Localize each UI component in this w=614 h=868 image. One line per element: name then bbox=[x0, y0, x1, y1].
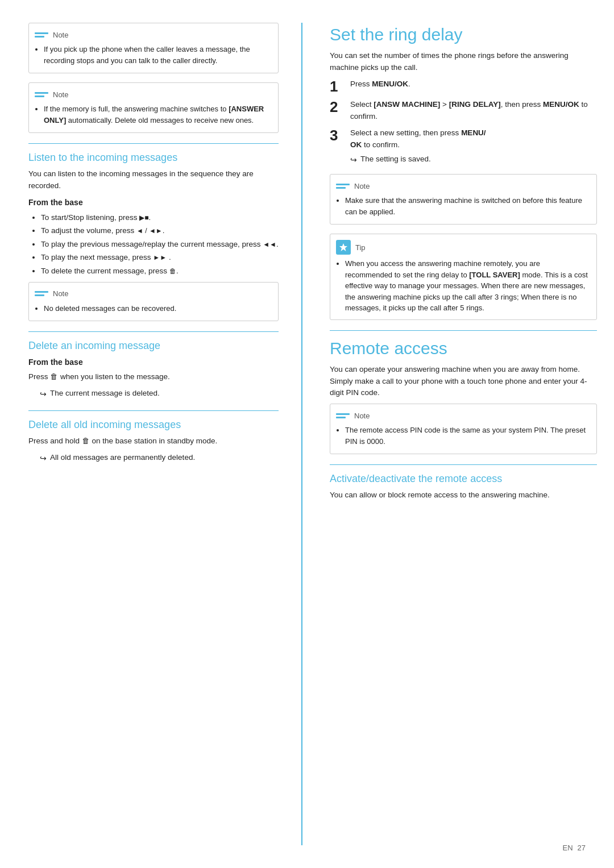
listen-section-heading: Listen to the incoming messages bbox=[28, 152, 279, 164]
right-column: Set the ring delay You can set the numbe… bbox=[301, 23, 597, 845]
divider-2 bbox=[28, 331, 279, 332]
note-label-ring: Note bbox=[354, 182, 370, 190]
activate-intro: You can allow or block remote access to … bbox=[330, 489, 597, 501]
tip-box-ring: Tip When you access the answering machin… bbox=[330, 234, 597, 320]
note-box-remote: Note The remote access PIN code is the s… bbox=[330, 404, 597, 454]
delete-one-result: ↪ The current message is deleted. bbox=[40, 388, 279, 400]
note-icon-3 bbox=[35, 288, 48, 300]
divider-activate bbox=[330, 464, 597, 465]
note-icon-1 bbox=[35, 29, 48, 40]
note-text-2: If the memory is full, the answering mac… bbox=[44, 103, 270, 126]
step-3-result-text: The setting is saved. bbox=[360, 153, 431, 165]
listen-from-base-label: From the base bbox=[28, 197, 279, 209]
listen-bullet-1: To start/Stop listening, press ▶■. bbox=[41, 211, 279, 224]
divider-3 bbox=[28, 410, 279, 411]
step-3: 3 Select a new setting, then press MENU/… bbox=[330, 127, 597, 168]
footer-lang: EN bbox=[562, 844, 572, 852]
listen-bullet-2: To adjust the volume, press ◄ / ◄►. bbox=[41, 225, 279, 237]
note-label-2: Note bbox=[53, 90, 68, 99]
ring-delay-heading: Set the ring delay bbox=[330, 25, 597, 44]
divider-remote bbox=[330, 330, 597, 331]
note-box-ring: Note Make sure that the answering machin… bbox=[330, 174, 597, 225]
arrow-icon-1: ↪ bbox=[40, 388, 47, 400]
svg-marker-0 bbox=[339, 243, 347, 251]
note-icon-remote bbox=[336, 410, 350, 421]
step-1: 1 Press MENU/OK. bbox=[330, 78, 597, 95]
listen-bullet-3: To play the previous message/replay the … bbox=[41, 238, 279, 251]
note-box-1: Note If you pick up the phone when the c… bbox=[28, 23, 279, 73]
note-label-1: Note bbox=[53, 31, 68, 39]
step-2: 2 Select [ANSW MACHINE] > [RING DELAY], … bbox=[330, 99, 597, 123]
activate-heading: Activate/deactivate the remote access bbox=[330, 473, 597, 485]
listen-bullets: To start/Stop listening, press ▶■. To ad… bbox=[28, 211, 279, 277]
arrow-icon-2: ↪ bbox=[40, 452, 47, 464]
step-3-result: ↪ The setting is saved. bbox=[350, 153, 597, 166]
remote-access-heading: Remote access bbox=[330, 339, 597, 358]
delete-all-result: ↪ All old messages are permanently delet… bbox=[40, 452, 279, 464]
delete-all-result-text: All old messages are permanently deleted… bbox=[50, 452, 195, 463]
arrow-icon-3: ↪ bbox=[350, 154, 357, 166]
divider-1 bbox=[28, 143, 279, 144]
star-icon bbox=[339, 243, 348, 252]
listen-bullet-4: To play the next message, press ►► . bbox=[41, 251, 279, 264]
note-label-3: Note bbox=[53, 289, 68, 298]
note-icon-ring bbox=[336, 180, 350, 192]
ring-delay-intro: You can set the number of times the phon… bbox=[330, 50, 597, 74]
listen-bullet-5: To delete the current message, press 🗑. bbox=[41, 265, 279, 277]
footer-page-num: 27 bbox=[578, 844, 586, 852]
note-label-remote: Note bbox=[354, 412, 370, 420]
note-icon-2 bbox=[35, 89, 48, 100]
note-text-3: No deleted messages can be recovered. bbox=[44, 303, 270, 314]
left-column: Note If you pick up the phone when the c… bbox=[28, 23, 301, 845]
delete-one-result-text: The current message is deleted. bbox=[50, 388, 160, 399]
tip-label: Tip bbox=[355, 243, 366, 252]
delete-one-from-base: From the base bbox=[28, 356, 279, 369]
page-footer: EN 27 bbox=[562, 844, 586, 852]
tip-icon bbox=[336, 240, 351, 255]
tip-text: When you access the answering machine re… bbox=[345, 258, 588, 314]
note-box-3: Note No deleted messages can be recovere… bbox=[28, 282, 279, 322]
delete-all-heading: Delete all old incoming messages bbox=[28, 419, 279, 431]
note-box-2: Note If the memory is full, the answerin… bbox=[28, 82, 279, 133]
delete-all-body: Press and hold 🗑 on the base station in … bbox=[28, 435, 279, 447]
delete-one-press: Press 🗑 when you listen to the message. bbox=[28, 371, 279, 383]
note-text-ring: Make sure that the answering machine is … bbox=[345, 195, 588, 217]
delete-one-heading: Delete an incoming message bbox=[28, 340, 279, 352]
note-text-1: If you pick up the phone when the caller… bbox=[44, 44, 270, 66]
ring-delay-steps: 1 Press MENU/OK. 2 Select [ANSW MACHINE]… bbox=[330, 78, 597, 168]
listen-intro: You can listen to the incoming messages … bbox=[28, 168, 279, 192]
remote-access-intro: You can operate your answering machine w… bbox=[330, 364, 597, 400]
note-text-remote: The remote access PIN code is the same a… bbox=[345, 425, 588, 447]
